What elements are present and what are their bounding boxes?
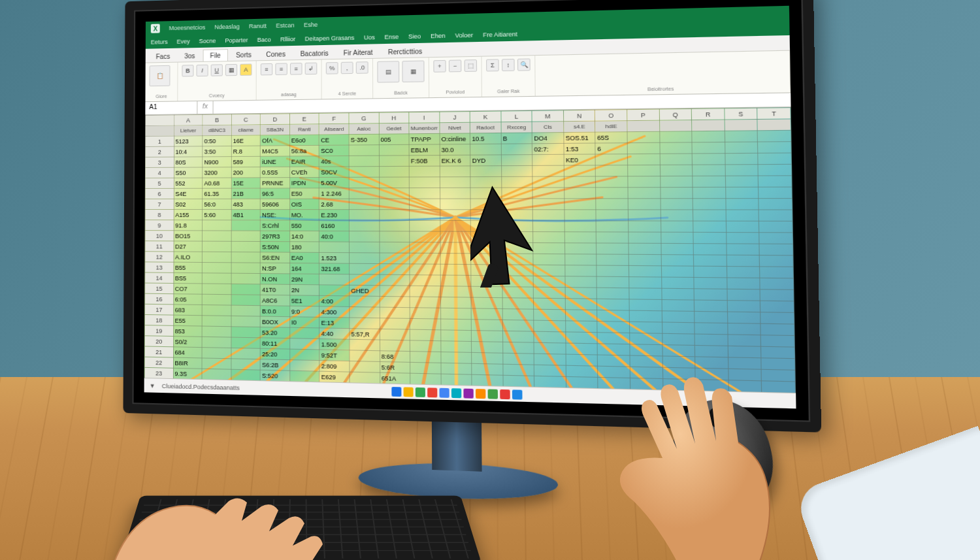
cell[interactable] (760, 255, 794, 267)
field-header[interactable]: Radoct (470, 122, 500, 133)
paste-icon[interactable]: 📋 (149, 65, 170, 86)
cell[interactable] (349, 199, 379, 210)
row-header[interactable]: 12 (145, 252, 174, 262)
tray-app-icon[interactable] (464, 388, 474, 398)
cell[interactable] (758, 153, 791, 165)
row-header[interactable]: 6 (145, 188, 174, 199)
cell[interactable]: MO. (289, 210, 319, 220)
cell[interactable] (565, 310, 597, 321)
cell[interactable] (693, 210, 726, 221)
row-header[interactable]: 22 (144, 357, 173, 368)
cell[interactable] (660, 176, 693, 187)
cell[interactable] (629, 299, 662, 311)
cell[interactable]: KE0 (564, 154, 596, 165)
ribbon-tab[interactable]: 3os (178, 50, 201, 62)
cell[interactable] (694, 266, 727, 278)
row-header[interactable]: 10 (145, 231, 174, 241)
cell[interactable] (380, 296, 410, 307)
cell[interactable] (760, 278, 794, 289)
cell[interactable] (350, 339, 380, 350)
field-header[interactable]: Aaloc (349, 124, 379, 135)
cell[interactable] (727, 244, 760, 255)
cell[interactable] (441, 363, 472, 374)
cell[interactable]: 180 (289, 242, 319, 253)
align-left-icon[interactable]: ≡ (261, 63, 272, 76)
cell[interactable] (440, 199, 470, 210)
cell[interactable] (350, 306, 380, 318)
cell[interactable] (728, 346, 761, 357)
cell[interactable] (380, 329, 410, 340)
cell[interactable] (440, 275, 471, 286)
cell[interactable] (726, 210, 759, 221)
underline-icon[interactable]: U (211, 64, 223, 76)
cell[interactable] (440, 166, 470, 177)
cell[interactable]: TPAPP (409, 133, 440, 144)
column-header[interactable]: P (627, 109, 659, 121)
cell[interactable] (349, 253, 379, 264)
cell[interactable] (564, 221, 596, 232)
cell[interactable]: 96:5 (260, 188, 289, 199)
cell[interactable]: EAIR (289, 156, 319, 167)
cell[interactable] (380, 274, 410, 286)
cell[interactable] (319, 242, 350, 253)
cell[interactable]: 5123 (174, 136, 203, 146)
cell[interactable] (693, 187, 725, 198)
menu-item[interactable]: Ense (384, 33, 399, 41)
cell[interactable] (565, 299, 597, 310)
cell[interactable] (629, 321, 662, 333)
cell[interactable] (627, 131, 659, 142)
cell[interactable] (410, 253, 440, 264)
cell[interactable] (661, 221, 693, 232)
cell[interactable] (661, 210, 693, 221)
cell[interactable]: S50 (174, 167, 203, 178)
cell[interactable] (319, 285, 350, 296)
cell[interactable]: 15E (231, 178, 261, 188)
cell[interactable] (202, 348, 231, 359)
cell[interactable]: DYD (470, 155, 501, 166)
cell[interactable]: BS5 (173, 272, 202, 284)
field-header[interactable]: Munenborr (409, 123, 440, 134)
cell[interactable]: IPDN (289, 177, 319, 188)
field-header[interactable]: dBNC3 (203, 125, 231, 136)
cell[interactable] (726, 221, 759, 232)
column-header[interactable]: O (595, 110, 627, 121)
cell[interactable] (725, 131, 758, 142)
field-header[interactable]: Rxcceg (501, 122, 532, 133)
menu-item[interactable]: Baco (257, 37, 271, 44)
cell[interactable]: 853 (173, 325, 202, 337)
cell[interactable] (564, 210, 596, 221)
cell[interactable] (759, 233, 793, 244)
cell[interactable]: GHED (350, 285, 380, 296)
cell[interactable] (760, 301, 794, 312)
cell[interactable] (502, 320, 534, 331)
cell[interactable]: SC0 (319, 145, 350, 156)
cell[interactable] (728, 335, 761, 346)
cell[interactable] (564, 199, 596, 210)
tray-app-icon[interactable] (500, 389, 511, 399)
cell[interactable] (349, 145, 379, 156)
cell[interactable]: OfA (261, 135, 290, 146)
row-header[interactable]: 3 (146, 157, 174, 167)
cell[interactable] (726, 199, 759, 210)
cell[interactable]: A.ILO (174, 252, 203, 262)
cell[interactable] (410, 352, 441, 363)
cell[interactable]: A0.68 (203, 178, 231, 188)
cell[interactable] (629, 254, 661, 266)
cell[interactable]: 9:0 (289, 306, 319, 317)
cell[interactable] (349, 263, 379, 274)
bold-icon[interactable]: B (182, 65, 193, 76)
cell[interactable]: 4B1 (231, 210, 261, 220)
cell[interactable] (380, 264, 410, 275)
cell[interactable] (503, 375, 534, 387)
cell[interactable]: B0OX (260, 316, 289, 327)
row-header[interactable]: 16 (145, 293, 174, 305)
cell[interactable] (693, 244, 727, 255)
cell[interactable] (693, 199, 725, 210)
cell[interactable] (472, 363, 503, 375)
cell[interactable]: 6160 (319, 220, 350, 231)
cell[interactable] (596, 243, 629, 254)
cell[interactable]: N.ON (260, 274, 289, 285)
column-header[interactable]: H (379, 112, 409, 124)
cell[interactable] (725, 176, 759, 187)
cell[interactable] (628, 199, 661, 210)
